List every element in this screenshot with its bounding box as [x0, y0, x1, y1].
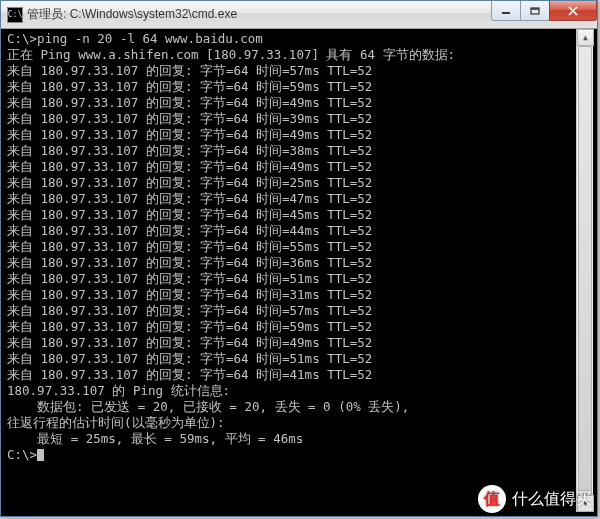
cmd-window: C:\ 管理员: C:\Windows\system32\cmd.exe C:\…: [0, 0, 598, 517]
terminal-output[interactable]: C:\>ping -n 20 -l 64 www.baidu.com正在 Pin…: [5, 29, 593, 512]
stats-packets: 数据包: 已发送 = 20, 已接收 = 20, 丢失 = 0 (0% 丢失),: [7, 399, 591, 415]
command-line: C:\>ping -n 20 -l 64 www.baidu.com: [7, 31, 591, 47]
titlebar[interactable]: C:\ 管理员: C:\Windows\system32\cmd.exe: [1, 1, 597, 29]
watermark: 值 什么值得买: [478, 485, 592, 513]
ping-reply: 来自 180.97.33.107 的回复: 字节=64 时间=51ms TTL=…: [7, 271, 591, 287]
ping-reply: 来自 180.97.33.107 的回复: 字节=64 时间=36ms TTL=…: [7, 255, 591, 271]
ping-reply: 来自 180.97.33.107 的回复: 字节=64 时间=25ms TTL=…: [7, 175, 591, 191]
ping-reply: 来自 180.97.33.107 的回复: 字节=64 时间=59ms TTL=…: [7, 319, 591, 335]
cursor: [37, 449, 44, 461]
ping-reply: 来自 180.97.33.107 的回复: 字节=64 时间=57ms TTL=…: [7, 303, 591, 319]
ping-reply: 来自 180.97.33.107 的回复: 字节=64 时间=31ms TTL=…: [7, 287, 591, 303]
ping-reply: 来自 180.97.33.107 的回复: 字节=64 时间=49ms TTL=…: [7, 127, 591, 143]
ping-reply: 来自 180.97.33.107 的回复: 字节=64 时间=49ms TTL=…: [7, 159, 591, 175]
prompt: C:\>: [7, 447, 591, 463]
ping-reply: 来自 180.97.33.107 的回复: 字节=64 时间=59ms TTL=…: [7, 79, 591, 95]
watermark-text: 什么值得买: [512, 489, 592, 510]
app-icon: C:\: [7, 7, 23, 23]
ping-reply: 来自 180.97.33.107 的回复: 字节=64 时间=41ms TTL=…: [7, 367, 591, 383]
scroll-thumb[interactable]: [578, 46, 592, 495]
minimize-button[interactable]: [491, 1, 521, 21]
titlebar-buttons: [492, 1, 597, 21]
ping-reply: 来自 180.97.33.107 的回复: 字节=64 时间=45ms TTL=…: [7, 207, 591, 223]
scroll-up-button[interactable]: ▲: [577, 29, 594, 46]
stats-rtt: 最短 = 25ms, 最长 = 59ms, 平均 = 46ms: [7, 431, 591, 447]
maximize-button[interactable]: [520, 1, 550, 21]
ping-reply: 来自 180.97.33.107 的回复: 字节=64 时间=49ms TTL=…: [7, 95, 591, 111]
ping-reply: 来自 180.97.33.107 的回复: 字节=64 时间=47ms TTL=…: [7, 191, 591, 207]
ping-reply: 来自 180.97.33.107 的回复: 字节=64 时间=49ms TTL=…: [7, 335, 591, 351]
close-button[interactable]: [549, 1, 597, 21]
watermark-badge-icon: 值: [478, 485, 506, 513]
ping-reply: 来自 180.97.33.107 的回复: 字节=64 时间=39ms TTL=…: [7, 111, 591, 127]
window-title: 管理员: C:\Windows\system32\cmd.exe: [27, 6, 237, 23]
stats-header: 180.97.33.107 的 Ping 统计信息:: [7, 383, 591, 399]
vertical-scrollbar[interactable]: ▲ ▼: [576, 29, 593, 512]
ping-header: 正在 Ping www.a.shifen.com [180.97.33.107]…: [7, 47, 591, 63]
stats-rtt-header: 往返行程的估计时间(以毫秒为单位):: [7, 415, 591, 431]
ping-reply: 来自 180.97.33.107 的回复: 字节=64 时间=55ms TTL=…: [7, 239, 591, 255]
ping-reply: 来自 180.97.33.107 的回复: 字节=64 时间=38ms TTL=…: [7, 143, 591, 159]
ping-reply: 来自 180.97.33.107 的回复: 字节=64 时间=51ms TTL=…: [7, 351, 591, 367]
ping-reply: 来自 180.97.33.107 的回复: 字节=64 时间=44ms TTL=…: [7, 223, 591, 239]
ping-reply: 来自 180.97.33.107 的回复: 字节=64 时间=57ms TTL=…: [7, 63, 591, 79]
